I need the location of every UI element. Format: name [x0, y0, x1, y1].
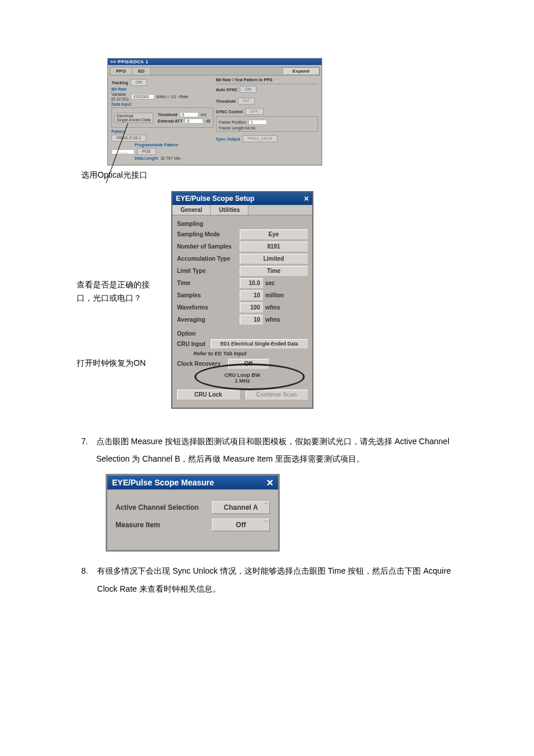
samples-value[interactable]: 10 [240, 290, 263, 300]
bitrate-variable: Variable [111, 92, 129, 97]
autosync-label: Auto SYNC [216, 88, 237, 92]
cru-input-label: CRU Input [177, 341, 211, 347]
pattern-value[interactable]: PRBS 2^15-1 [111, 135, 146, 142]
list-number-8: 8. [81, 562, 89, 598]
syncout-label: Sync Output [216, 137, 240, 141]
pos-button[interactable]: POS [137, 148, 156, 155]
autosync-button[interactable]: ON [240, 86, 257, 93]
note-clockrecovery: 打开时钟恢复为ON [77, 357, 161, 369]
eye-scope-setup-panel: EYE/Pulse Scope Setup × General Utilitie… [171, 191, 313, 409]
syncout-button[interactable]: PPG1_1/8Clk [243, 135, 277, 142]
datainput-electrical: Electrical [117, 114, 151, 118]
prog-pattern-label: Programmable Pattern [135, 143, 178, 147]
datainput-header: Data Input [111, 102, 214, 106]
panel1-tabs: PPG ED Expand [110, 67, 320, 75]
samples-unit: million [265, 292, 284, 298]
panel1-title: >> PPG/EDCh 1 [108, 59, 322, 65]
clock-recovery-value[interactable]: Off [228, 359, 269, 369]
tab-ppg[interactable]: PPG [110, 67, 132, 75]
framepos-value: 1 [248, 120, 267, 125]
threshold-label: Threshold [158, 113, 178, 117]
averaging-label: Averaging [177, 316, 240, 323]
limit-value[interactable]: Time [240, 266, 308, 276]
time-value[interactable]: 10.0 [240, 278, 263, 288]
panel2-title-text: EYE/Pulse Scope Setup [176, 195, 254, 203]
continue-scan-button[interactable]: Continue Scan [246, 390, 308, 399]
caption-optical: 选用Optical光接口 [81, 170, 453, 181]
bitrate-range: (0.12.5G) [111, 97, 129, 102]
bitrate-value: 8500000 [131, 94, 154, 99]
num-samples-value[interactable]: 8191 [240, 242, 308, 251]
eye-scope-measure-panel: EYE/Pulse Scope Measure × Active Channel… [106, 474, 280, 552]
pattern-header: Pattern [111, 129, 214, 134]
cru-lock-button[interactable]: CRU Lock [177, 390, 240, 399]
extatt-value: 0 [185, 118, 203, 124]
accum-value[interactable]: Limited [240, 254, 308, 264]
text-item-7: 点击眼图 Measure 按钮选择眼图测试项目和眼图模板，假如要测试光口，请先选… [96, 433, 453, 469]
datainput-single: Single-Ended Data [117, 118, 151, 122]
extatt-label: External ATT [158, 119, 182, 123]
sampling-mode-value[interactable]: Eye [240, 229, 308, 239]
extatt-unit: dB [205, 119, 211, 123]
waveforms-value[interactable]: 100 [240, 303, 263, 312]
acs-value[interactable]: Channel A [212, 501, 270, 514]
loop-bw-label: CRU Loop BW [177, 372, 308, 378]
averaging-unit: wfms [265, 316, 280, 323]
note-interface: 查看是否是正确的接口，光口或电口？ [77, 278, 161, 304]
tab-ed[interactable]: ED [132, 67, 151, 75]
option-header: Option [177, 330, 308, 337]
averaging-value[interactable]: 10 [240, 315, 263, 325]
close-icon[interactable]: × [266, 478, 273, 487]
time-label: Time [177, 280, 240, 286]
close-icon[interactable]: × [304, 194, 309, 203]
samples-label: Samples [177, 292, 240, 298]
syncctrl-button[interactable]: OFF [245, 108, 264, 115]
ppg-ed-panel: >> PPG/EDCh 1 PPG ED Expand Tracking ON … [107, 58, 322, 165]
bitrate-header: Bit Rate [111, 87, 214, 91]
measure-item-label: Measure Item [116, 521, 212, 529]
accum-label: Accumulation Type [177, 255, 240, 262]
framelen-label: Frame Length 64 bit [219, 126, 315, 130]
waveforms-label: Waveforms [177, 304, 240, 311]
sampling-mode-label: Sampling Mode [177, 231, 240, 237]
panel2-title: EYE/Pulse Scope Setup × [172, 192, 312, 205]
refer-note: Refer to ED Tab Input [193, 351, 308, 357]
waveforms-unit: wfms [265, 304, 280, 311]
time-unit: sec [265, 280, 275, 286]
cru-input-value[interactable]: ED1 Electrical Single-Ended Data [211, 339, 308, 348]
num-samples-label: Number of Samples [177, 243, 240, 250]
bitrate-to-ppg: Bit Rate / Test Pattern to PPG [216, 78, 318, 82]
threshold-unit: mV [201, 113, 207, 117]
limit-label: Limit Type [177, 268, 240, 274]
acs-label: Active Channel Selection [116, 503, 212, 512]
text-item-8: 有很多情况下会出现 Sync Unlock 情况，这时能够选择点击眼图 Time… [97, 562, 453, 598]
syncctrl-label: SYNC Control [216, 110, 243, 114]
bitrate-unit: kbit/s = 1/1 ÷Rate [157, 95, 189, 99]
datalength-label: Data Length [135, 156, 158, 160]
tracking-label: Tracking [111, 81, 128, 85]
panel3-title-text: EYE/Pulse Scope Measure [112, 478, 214, 487]
framepos-label: Frame Position [219, 120, 246, 124]
loop-bw-value: 1 MHz [177, 378, 308, 384]
datalength-value: 32 767 bits [160, 156, 180, 160]
clock-recovery-label: Clock Recovery [177, 361, 228, 367]
panel3-title: EYE/Pulse Scope Measure × [107, 476, 278, 489]
threshold2-label: Threshold [216, 99, 236, 103]
list-number-7: 7. [81, 433, 88, 469]
threshold-value: 0 [180, 112, 199, 117]
sampling-header: Sampling [177, 221, 308, 227]
tab-general[interactable]: General [172, 205, 211, 215]
tab-utilities[interactable]: Utilities [211, 205, 248, 215]
tracking-button[interactable]: ON [131, 79, 147, 86]
threshold2-button[interactable]: INT [238, 98, 255, 105]
prog-pattern-slot: ........ [111, 149, 135, 154]
expand-button[interactable]: Expand [283, 67, 319, 75]
measure-item-value[interactable]: Off [212, 519, 270, 531]
